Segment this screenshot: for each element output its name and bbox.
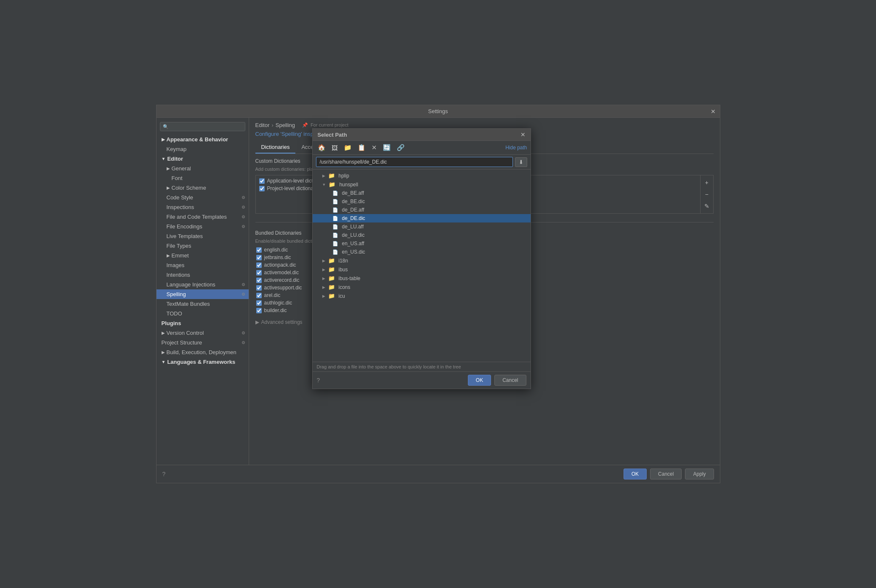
close-button[interactable]: ✕ — [711, 108, 716, 115]
tree-item-11[interactable]: ▶📁ibus — [313, 265, 531, 274]
tree-item-5[interactable]: 📄de_DE.dic — [313, 214, 531, 222]
tree-item-8[interactable]: 📄en_US.aff — [313, 239, 531, 248]
dialog-close-button[interactable]: ✕ — [520, 131, 526, 138]
delete-button[interactable]: ✕ — [370, 143, 379, 152]
ok-button[interactable]: OK — [624, 469, 647, 479]
tree-item-3[interactable]: 📄de_BE.dic — [313, 197, 531, 206]
path-input[interactable] — [316, 157, 513, 167]
sidebar-item-project-structure[interactable]: Project Structure⚙ — [157, 338, 249, 347]
triangle-icon: ▶ — [167, 253, 170, 258]
sidebar-item-label: File and Code Templates — [167, 214, 227, 220]
sidebar-item-editor[interactable]: ▼Editor — [157, 154, 249, 164]
tree-item-13[interactable]: ▶📁icons — [313, 283, 531, 291]
dialog-toolbar: 🏠 🖼 📁 📋 ✕ 🔄 🔗 Hide path — [313, 141, 531, 155]
sidebar-item-code-style[interactable]: Code Style⚙ — [157, 193, 249, 202]
bundled-checkbox-3[interactable] — [256, 270, 262, 275]
bundled-checkbox-0[interactable] — [256, 247, 262, 253]
tree-item-7[interactable]: 📄de_LU.dic — [313, 231, 531, 239]
sidebar-item-label: Plugins — [162, 320, 181, 326]
search-icon: 🔍 — [163, 124, 169, 130]
tree-item-2[interactable]: 📄de_BE.aff — [313, 189, 531, 197]
path-download-button[interactable]: ⬇ — [515, 157, 527, 167]
bundled-checkbox-8[interactable] — [256, 308, 262, 313]
remove-dict-button[interactable]: − — [703, 189, 711, 199]
cancel-button[interactable]: Cancel — [650, 469, 682, 479]
apply-button[interactable]: Apply — [685, 469, 714, 479]
bundled-checkbox-4[interactable] — [256, 278, 262, 283]
sidebar-item-inspections[interactable]: Inspections⚙ — [157, 202, 249, 212]
tree-item-14[interactable]: ▶📁icu — [313, 291, 531, 300]
bundled-label-7: authlogic.dic — [264, 300, 292, 306]
sidebar-item-file-types[interactable]: File Types — [157, 241, 249, 251]
tree-item-1[interactable]: ▼📁hunspell — [313, 180, 531, 189]
sidebar-item-label: Intentions — [167, 272, 190, 278]
tree-arrow-icon: ▼ — [322, 183, 326, 187]
dict-project-checkbox[interactable] — [259, 186, 265, 191]
sidebar-item-label: Appearance & Behavior — [167, 136, 228, 143]
sidebar-item-build-execution[interactable]: ▶Build, Execution, Deploymen — [157, 347, 249, 357]
add-dict-button[interactable]: + — [703, 177, 711, 188]
sidebar-item-plugins[interactable]: Plugins — [157, 318, 249, 328]
triangle-icon: ▶ — [167, 166, 170, 171]
folder-icon: 📁 — [328, 275, 335, 281]
sidebar-item-images[interactable]: Images — [157, 260, 249, 270]
sidebar-item-version-control[interactable]: ▶Version Control⚙ — [157, 328, 249, 338]
sidebar-item-live-templates[interactable]: Live Templates — [157, 231, 249, 241]
file-icon: 📄 — [332, 191, 338, 196]
home-button[interactable]: 🏠 — [316, 143, 327, 152]
tab-dictionaries[interactable]: Dictionaries — [255, 141, 296, 154]
path-input-row: ⬇ — [313, 155, 531, 170]
tree-item-label: icons — [339, 284, 350, 290]
sidebar-item-spelling[interactable]: Spelling⚙ — [157, 289, 249, 299]
search-box[interactable]: 🔍 — [160, 122, 245, 131]
dialog-ok-button[interactable]: OK — [468, 375, 491, 386]
triangle-icon: ▶ — [162, 350, 165, 355]
dialog-cancel-button[interactable]: Cancel — [494, 375, 526, 386]
tree-item-4[interactable]: 📄de_DE.aff — [313, 206, 531, 214]
dict-app-checkbox[interactable] — [259, 178, 265, 184]
folder-icon: 📁 — [329, 181, 335, 188]
sidebar-item-textmate-bundles[interactable]: TextMate Bundles — [157, 299, 249, 309]
sidebar-item-font[interactable]: Font — [157, 173, 249, 183]
sidebar-item-general[interactable]: ▶General — [157, 164, 249, 173]
sidebar-item-keymap[interactable]: Keymap — [157, 144, 249, 154]
search-input[interactable] — [170, 124, 242, 130]
sidebar-item-intentions[interactable]: Intentions — [157, 270, 249, 280]
bundled-checkbox-2[interactable] — [256, 262, 262, 268]
for-current-project: 📌 For current project — [302, 122, 348, 128]
tree-item-label: de_LU.aff — [342, 224, 364, 230]
tree-item-12[interactable]: ▶📁ibus-table — [313, 274, 531, 283]
help-icon[interactable]: ? — [162, 471, 166, 477]
tree-item-9[interactable]: 📄en_US.dic — [313, 248, 531, 256]
bundled-checkbox-6[interactable] — [256, 293, 262, 298]
sidebar-item-languages-frameworks[interactable]: ▼Languages & Frameworks — [157, 357, 249, 367]
tree-item-0[interactable]: ▶📁hplip — [313, 171, 531, 180]
bundled-checkbox-7[interactable] — [256, 300, 262, 306]
dialog-help-icon[interactable]: ? — [317, 377, 320, 384]
bundled-checkbox-5[interactable] — [256, 285, 262, 291]
tree-arrow-icon: ▶ — [322, 294, 325, 298]
sidebar-item-file-code-templates[interactable]: File and Code Templates⚙ — [157, 212, 249, 222]
refresh-button[interactable]: 🔄 — [381, 143, 393, 152]
desktop-button[interactable]: 🖼 — [330, 143, 340, 152]
tree-arrow-icon: ▶ — [322, 174, 325, 178]
folder-icon: 📁 — [328, 266, 335, 273]
sidebar-item-file-encodings[interactable]: File Encodings⚙ — [157, 222, 249, 231]
tree-item-10[interactable]: ▶📁i18n — [313, 256, 531, 265]
bundled-label-4: activerecord.dic — [264, 277, 300, 283]
folder-button[interactable]: 📁 — [342, 143, 353, 152]
tree-item-6[interactable]: 📄de_LU.aff — [313, 222, 531, 231]
new-folder-button[interactable]: 📋 — [356, 143, 367, 152]
hide-path-link[interactable]: Hide path — [505, 145, 527, 151]
sidebar-item-todo[interactable]: TODO — [157, 309, 249, 318]
bundled-checkbox-1[interactable] — [256, 255, 262, 260]
settings-icon: ⚙ — [242, 205, 245, 209]
edit-dict-button[interactable]: ✎ — [703, 201, 711, 211]
sidebar-item-label: Languages & Frameworks — [167, 359, 235, 365]
sidebar-item-language-injections[interactable]: Language Injections⚙ — [157, 280, 249, 289]
sidebar-item-emmet[interactable]: ▶Emmet — [157, 251, 249, 260]
sidebar-item-color-scheme[interactable]: ▶Color Scheme — [157, 183, 249, 193]
bundled-label-3: activemodel.dic — [264, 270, 299, 275]
sidebar-item-appearance[interactable]: ▶Appearance & Behavior — [157, 135, 249, 144]
link-button[interactable]: 🔗 — [395, 143, 406, 152]
